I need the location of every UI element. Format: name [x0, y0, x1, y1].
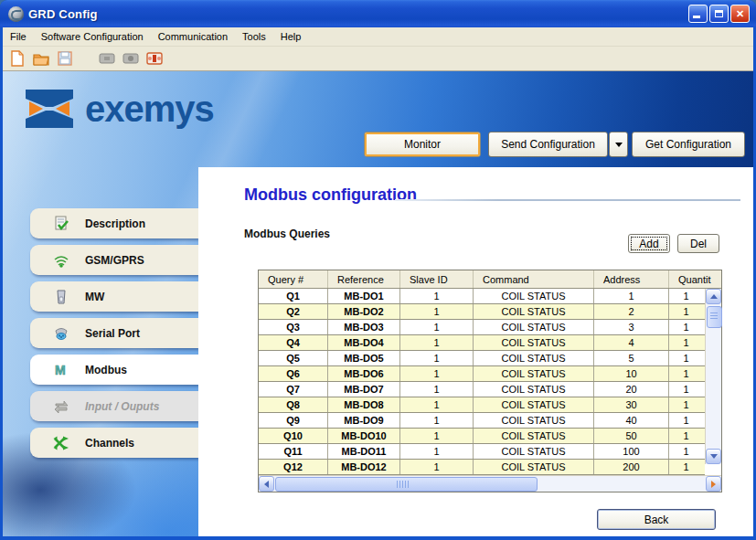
- scroll-left-button[interactable]: [259, 476, 274, 492]
- table-cell[interactable]: 1: [669, 429, 705, 443]
- table-cell[interactable]: Q11: [259, 444, 328, 459]
- table-cell[interactable]: MB-DO2: [328, 304, 400, 319]
- table-cell[interactable]: 1: [400, 382, 474, 397]
- table-cell[interactable]: Q10: [259, 429, 328, 443]
- table-row[interactable]: Q3MB-DO31COIL STATUS31: [259, 320, 705, 335]
- vertical-scrollbar[interactable]: [705, 289, 721, 464]
- table-cell[interactable]: 1: [669, 397, 705, 412]
- scroll-up-button[interactable]: [706, 289, 721, 304]
- table-cell[interactable]: 1: [400, 429, 474, 443]
- table-cell[interactable]: MB-DO1: [328, 289, 400, 303]
- table-cell[interactable]: COIL STATUS: [474, 397, 594, 412]
- table-cell[interactable]: Q5: [259, 351, 328, 365]
- table-cell[interactable]: 1: [669, 413, 705, 428]
- menu-item-communication[interactable]: Communication: [151, 29, 235, 44]
- send-configuration-button[interactable]: Send Configuration: [488, 132, 608, 157]
- table-cell[interactable]: 1: [669, 320, 705, 334]
- table-cell[interactable]: Q2: [259, 304, 328, 319]
- table-cell[interactable]: 3: [594, 320, 669, 334]
- table-row[interactable]: Q2MB-DO21COIL STATUS21: [259, 304, 705, 320]
- save-icon[interactable]: [56, 49, 74, 68]
- column-header[interactable]: Slave ID: [400, 270, 474, 288]
- table-cell[interactable]: Q4: [259, 335, 328, 350]
- table-cell[interactable]: COIL STATUS: [474, 444, 594, 459]
- table-cell[interactable]: 100: [594, 444, 669, 459]
- table-cell[interactable]: MB-DO6: [328, 366, 400, 381]
- table-cell[interactable]: COIL STATUS: [474, 366, 594, 381]
- vertical-scroll-thumb[interactable]: [707, 306, 722, 328]
- table-cell[interactable]: 5: [594, 351, 669, 365]
- table-row[interactable]: Q4MB-DO41COIL STATUS41: [259, 335, 705, 351]
- table-cell[interactable]: Q7: [259, 382, 328, 397]
- back-button[interactable]: Back: [597, 509, 716, 530]
- open-folder-icon[interactable]: [32, 49, 50, 68]
- table-cell[interactable]: 1: [400, 304, 474, 319]
- sidebar-item-gsm-gprs[interactable]: GSM/GPRS: [30, 245, 198, 275]
- column-header[interactable]: Command: [474, 270, 594, 288]
- table-cell[interactable]: 1: [594, 289, 669, 303]
- table-cell[interactable]: COIL STATUS: [474, 351, 594, 365]
- table-cell[interactable]: 1: [669, 304, 705, 319]
- sidebar-item-serial-port[interactable]: Serial Port: [30, 318, 198, 348]
- menu-item-help[interactable]: Help: [273, 29, 309, 44]
- table-cell[interactable]: MB-DO10: [328, 429, 400, 443]
- table-cell[interactable]: MB-DO4: [328, 335, 400, 350]
- column-header[interactable]: Reference: [328, 270, 400, 288]
- menu-item-software-configuration[interactable]: Software Configuration: [34, 29, 151, 44]
- table-row[interactable]: Q5MB-DO51COIL STATUS51: [259, 351, 705, 366]
- horizontal-scrollbar[interactable]: [259, 475, 721, 492]
- del-button[interactable]: Del: [677, 234, 719, 253]
- table-cell[interactable]: 1: [400, 460, 474, 474]
- sidebar-item-description[interactable]: Description: [30, 208, 198, 238]
- table-row[interactable]: Q7MB-DO71COIL STATUS201: [259, 382, 705, 397]
- scroll-down-button[interactable]: [706, 449, 721, 464]
- horizontal-scroll-thumb[interactable]: [275, 477, 538, 492]
- table-row[interactable]: Q9MB-DO91COIL STATUS401: [259, 413, 705, 429]
- table-cell[interactable]: 20: [594, 382, 669, 397]
- column-header[interactable]: Query #: [259, 270, 328, 288]
- table-cell[interactable]: 40: [594, 413, 669, 428]
- table-cell[interactable]: COIL STATUS: [474, 289, 594, 303]
- table-cell[interactable]: Q1: [259, 289, 328, 303]
- table-row[interactable]: Q12MB-DO121COIL STATUS2001: [259, 460, 705, 475]
- table-cell[interactable]: COIL STATUS: [474, 320, 594, 334]
- table-cell[interactable]: MB-DO8: [328, 397, 400, 412]
- table-cell[interactable]: 1: [669, 366, 705, 381]
- table-cell[interactable]: Q12: [259, 460, 328, 474]
- table-row[interactable]: Q1MB-DO11COIL STATUS11: [259, 289, 705, 304]
- table-row[interactable]: Q6MB-DO61COIL STATUS101: [259, 366, 705, 382]
- maximize-button[interactable]: [709, 5, 729, 23]
- new-file-icon[interactable]: [8, 49, 27, 68]
- table-cell[interactable]: MB-DO5: [328, 351, 400, 365]
- table-cell[interactable]: 1: [669, 351, 705, 365]
- table-cell[interactable]: COIL STATUS: [474, 382, 594, 397]
- table-cell[interactable]: 30: [594, 397, 669, 412]
- table-row[interactable]: Q8MB-DO81COIL STATUS301: [259, 397, 705, 413]
- table-cell[interactable]: 1: [400, 320, 474, 334]
- table-cell[interactable]: COIL STATUS: [474, 460, 594, 474]
- table-cell[interactable]: 1: [669, 289, 705, 303]
- table-cell[interactable]: 1: [669, 382, 705, 397]
- table-cell[interactable]: 1: [400, 413, 474, 428]
- table-cell[interactable]: MB-DO9: [328, 413, 400, 428]
- sidebar-item-mw[interactable]: MW: [30, 281, 198, 312]
- table-cell[interactable]: 1: [400, 335, 474, 350]
- table-cell[interactable]: 1: [669, 335, 705, 350]
- table-cell[interactable]: Q9: [259, 413, 328, 428]
- column-header[interactable]: Quantit: [669, 270, 721, 288]
- table-cell[interactable]: 1: [400, 397, 474, 412]
- table-cell[interactable]: 1: [669, 460, 705, 474]
- table-cell[interactable]: 1: [400, 444, 474, 459]
- table-cell[interactable]: 4: [594, 335, 669, 350]
- close-button[interactable]: ✕: [730, 5, 750, 23]
- table-cell[interactable]: COIL STATUS: [474, 304, 594, 319]
- get-configuration-button[interactable]: Get Configuration: [632, 132, 745, 157]
- table-cell[interactable]: 1: [400, 366, 474, 381]
- table-cell[interactable]: COIL STATUS: [474, 429, 594, 443]
- table-cell[interactable]: COIL STATUS: [474, 413, 594, 428]
- add-button[interactable]: Add: [628, 234, 670, 253]
- table-cell[interactable]: Q6: [259, 366, 328, 381]
- menu-item-file[interactable]: File: [3, 29, 34, 44]
- table-cell[interactable]: MB-DO11: [328, 444, 400, 459]
- table-cell[interactable]: 2: [594, 304, 669, 319]
